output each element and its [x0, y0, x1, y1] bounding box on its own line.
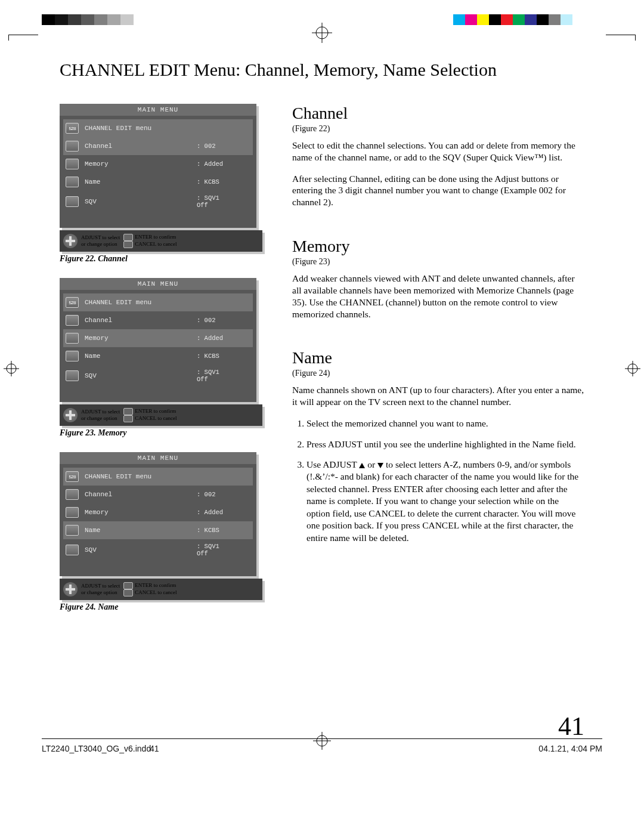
tv-submenu-title-row: 528CHANNEL EDIT menu: [63, 468, 253, 486]
tv-row-label: Name: [85, 178, 197, 186]
section-sub-name: (Figure 24): [292, 369, 584, 378]
tv-menu-body: 528CHANNEL EDIT menuChannel: 002Memory: …: [60, 116, 256, 228]
tv-row-value: : SQV1 Off: [197, 194, 250, 209]
channel-528-icon: 528: [66, 297, 79, 308]
tv-row-label: Name: [85, 353, 197, 360]
screen-icon: [66, 333, 79, 344]
figure-caption-fig23: Figure 23. Memory: [60, 428, 262, 438]
page-number: 41: [558, 711, 584, 741]
tv-footer: ADJUST to selector change optionENTER to…: [60, 404, 262, 426]
screen-icon: [66, 545, 79, 555]
footer-right-col: ENTER to confirmCANCEL to cancel: [123, 234, 177, 248]
tv-row-channel[interactable]: Channel: 002: [63, 311, 253, 329]
tv-row-channel[interactable]: Channel: 002: [63, 486, 253, 503]
tv-row-memory[interactable]: Memory: Added: [63, 329, 253, 347]
tv-row-label: Channel: [85, 317, 197, 324]
tv-row-value: : KCBS: [197, 353, 250, 360]
footer-left-col: ADJUST to selector change option: [81, 409, 120, 422]
tv-submenu-label: CHANNEL EDIT menu: [85, 473, 250, 480]
tv-row-label: SQV: [85, 372, 197, 379]
tv-row-label: Channel: [85, 491, 197, 498]
footer-right-col: ENTER to confirmCANCEL to cancel: [123, 408, 177, 422]
tv-submenu-title-row: 528CHANNEL EDIT menu: [63, 119, 253, 137]
screen-icon: [66, 159, 79, 169]
cancel-icon: [123, 415, 133, 422]
screen-icon: [66, 141, 79, 152]
screen-icon: [66, 507, 79, 518]
tv-footer: ADJUST to selector change optionENTER to…: [60, 579, 262, 600]
tv-row-sqv[interactable]: SQV: SQV1 Off: [63, 191, 253, 212]
tv-row-sqv[interactable]: SQV: SQV1 Off: [63, 539, 253, 561]
tv-row-memory[interactable]: Memory: Added: [63, 503, 253, 521]
printer-registration-top: [0, 14, 644, 29]
footer-right-col: ENTER to confirmCANCEL to cancel: [123, 582, 177, 596]
channel-528-icon: 528: [66, 471, 79, 482]
tv-row-memory[interactable]: Memory: Added: [63, 155, 253, 173]
step3-prefix: Use ADJUST: [306, 459, 359, 469]
tv-row-value: : 002: [197, 491, 250, 498]
tv-footer: ADJUST to selector change optionENTER to…: [60, 230, 262, 252]
dpad-icon: [63, 408, 78, 422]
text-column: Channel (Figure 22) Select to edit the c…: [292, 104, 584, 626]
tv-row-value: : 002: [197, 143, 250, 150]
tv-row-label: SQV: [85, 198, 197, 205]
section-heading-channel: Channel: [292, 104, 584, 123]
enter-icon: [123, 234, 133, 241]
tv-menu-fig23: MAIN MENU528CHANNEL EDIT menuChannel: 00…: [60, 278, 256, 402]
tv-row-name[interactable]: Name: KCBS: [63, 347, 253, 365]
file-page: 41: [150, 744, 159, 753]
tv-submenu-label: CHANNEL EDIT menu: [85, 125, 250, 132]
cancel-icon: [123, 241, 133, 248]
tv-row-value: : Added: [197, 335, 250, 342]
figure-caption-fig22: Figure 22. Channel: [60, 254, 262, 264]
channel-paragraph-2: After selecting Channel, editing can be …: [292, 173, 584, 208]
screen-icon: [66, 196, 79, 207]
enter-icon: [123, 408, 133, 415]
tv-row-value: : KCBS: [197, 527, 250, 534]
file-name: LT2240_LT3040_OG_v6.indd: [42, 744, 151, 753]
tv-row-sqv[interactable]: SQV: SQV1 Off: [63, 365, 253, 387]
section-sub-channel: (Figure 22): [292, 124, 584, 134]
printer-footer-file: LT2240_LT3040_OG_v6.indd 41: [42, 744, 159, 753]
down-arrow-icon: [377, 463, 383, 468]
screen-icon: [66, 370, 79, 381]
name-paragraph-1: Name channels shown on ANT (up to four c…: [292, 384, 584, 408]
figure-caption-fig24: Figure 24. Name: [60, 602, 262, 612]
crop-mark-tl: [8, 35, 38, 41]
name-step-1: Select the memorized channel you want to…: [306, 418, 584, 429]
section-heading-name: Name: [292, 348, 584, 367]
tv-menu-title: MAIN MENU: [60, 278, 256, 290]
tv-row-value: : KCBS: [197, 178, 250, 186]
figures-column: MAIN MENU528CHANNEL EDIT menuChannel: 00…: [60, 104, 262, 626]
tv-submenu-label: CHANNEL EDIT menu: [85, 299, 250, 306]
channel-528-icon: 528: [66, 123, 79, 134]
tv-menu-fig22: MAIN MENU528CHANNEL EDIT menuChannel: 00…: [60, 104, 256, 228]
tv-row-label: Memory: [85, 160, 197, 168]
screen-icon: [66, 351, 79, 361]
tv-row-name[interactable]: Name: KCBS: [63, 173, 253, 191]
tv-menu-body: 528CHANNEL EDIT menuChannel: 002Memory: …: [60, 464, 256, 576]
screen-icon: [66, 315, 79, 326]
footer-left-col: ADJUST to selector change option: [81, 234, 120, 248]
registration-mark-bottom: [313, 732, 331, 752]
tv-row-name[interactable]: Name: KCBS: [63, 521, 253, 539]
cancel-icon: [123, 589, 133, 596]
tv-row-label: SQV: [85, 546, 197, 554]
tv-row-value: : Added: [197, 160, 250, 168]
name-step-2: Press ADJUST until you see the underline…: [306, 438, 584, 450]
tv-row-channel[interactable]: Channel: 002: [63, 137, 253, 155]
tv-row-value: : SQV1 Off: [197, 543, 250, 557]
tv-row-value: : 002: [197, 317, 250, 324]
crop-mark-tr: [606, 35, 636, 41]
color-swatches: [453, 14, 572, 25]
screen-icon: [66, 525, 79, 536]
step3-body: to select letters A-Z, numbers 0-9, and/…: [306, 459, 578, 543]
name-step-3: Use ADJUST or to select letters A-Z, num…: [306, 459, 584, 544]
tv-row-value: : Added: [197, 509, 250, 516]
tv-row-value: : SQV1 Off: [197, 369, 250, 383]
section-sub-memory: (Figure 23): [292, 257, 584, 267]
tv-menu-body: 528CHANNEL EDIT menuChannel: 002Memory: …: [60, 290, 256, 402]
tv-row-label: Memory: [85, 335, 197, 342]
dpad-icon: [63, 234, 78, 248]
dpad-icon: [63, 582, 78, 596]
